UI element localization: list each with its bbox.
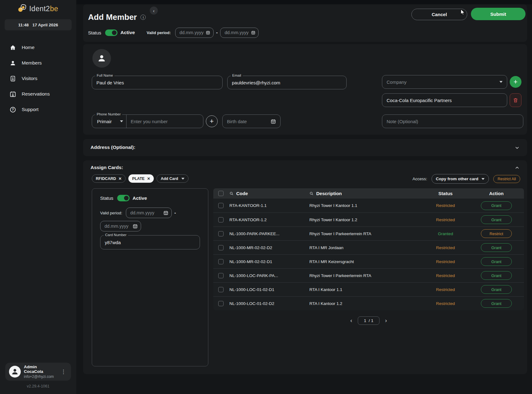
sidebar-collapse-button[interactable]: ‹ (150, 7, 158, 15)
row-action-button[interactable]: Grant (481, 201, 512, 210)
cell-status: Restricted (422, 203, 469, 208)
chevron-down-icon (181, 178, 184, 180)
calendar-icon[interactable] (206, 30, 210, 35)
table-row[interactable]: NL-1000-LOC-PARK-PA... Rhyzi Tower I Par… (213, 268, 524, 282)
valid-period-label: Valid period: (147, 30, 171, 35)
search-icon[interactable] (229, 191, 234, 196)
cell-description: RTA I MR Jordaan (309, 245, 422, 250)
row-action-button[interactable]: Grant (481, 285, 512, 294)
user-menu-kebab-icon[interactable]: ⋮ (60, 368, 67, 376)
user-card[interactable]: Admin CocaCola info+2@rhyzi.com ⋮ (5, 363, 71, 381)
table-row[interactable]: NL-1000-MR-02-02-D1 RTA I MR Keizersgrac… (213, 254, 524, 268)
row-checkbox[interactable] (218, 259, 224, 264)
add-card-button[interactable]: Add Card (157, 174, 188, 183)
birth-date-field[interactable]: Birth date (222, 114, 281, 128)
calendar-icon[interactable] (251, 30, 255, 35)
cell-code: NL-1000-LOC-01-02-D2 (229, 301, 309, 306)
status-toggle[interactable] (105, 29, 117, 36)
full-name-field[interactable]: Full Name Paul de Vries (92, 76, 223, 89)
cell-status: Restricted (422, 273, 469, 278)
chevron-up-icon[interactable] (515, 165, 520, 170)
row-action-button[interactable]: Grant (481, 243, 512, 252)
selected-company-value: Coca-Cola Europacific Partners (387, 98, 452, 103)
email-field[interactable]: Email pauldevries@rhyzi.com (227, 76, 347, 89)
full-name-value: Paul de Vries (96, 80, 124, 85)
search-icon[interactable] (309, 191, 314, 196)
chevron-down-icon[interactable] (515, 145, 520, 150)
phone-number-input[interactable]: Enter you number (131, 119, 168, 124)
row-checkbox[interactable] (218, 203, 224, 208)
row-action-button[interactable]: Grant (481, 299, 512, 308)
card-number-field[interactable]: Card Number y87wda (100, 235, 200, 249)
card-valid-to-input[interactable]: dd.mm.yyyy (100, 221, 141, 231)
page-next-icon[interactable]: › (384, 317, 388, 324)
phone-number-field[interactable]: Phone Number Primair Enter you number (92, 114, 203, 128)
sidebar-item-support[interactable]: Support (0, 102, 76, 117)
table-row[interactable]: NL-1000-LOC-01-02-D2 RTA I Kantoor 1.2 R… (213, 296, 524, 310)
card-valid-from-input[interactable]: dd.mm.yyyy (126, 208, 172, 218)
row-checkbox[interactable] (218, 245, 224, 250)
select-all-checkbox[interactable] (218, 191, 224, 196)
page-prev-icon[interactable]: ‹ (349, 317, 353, 324)
company-select[interactable]: Company (382, 75, 507, 89)
row-action-button[interactable]: Grant (481, 271, 512, 280)
chevron-down-icon (481, 178, 485, 180)
row-checkbox[interactable] (218, 273, 224, 278)
row-checkbox[interactable] (218, 287, 224, 292)
card-number-value: y87wda (105, 240, 121, 245)
cell-status: Restricted (422, 301, 469, 306)
note-field[interactable]: Note (Optional) (382, 114, 523, 128)
calendar-icon[interactable] (163, 210, 168, 215)
sidebar-item-visitors[interactable]: Visitors (0, 71, 76, 86)
add-phone-button[interactable]: + (206, 115, 218, 127)
valid-to-input[interactable]: dd.mm.yyyy (220, 28, 259, 38)
submit-button[interactable]: Submit (471, 8, 525, 20)
info-icon[interactable]: i (140, 15, 146, 20)
copy-from-card-dropdown[interactable]: Copy from other card (432, 174, 489, 184)
calendar-icon[interactable] (133, 224, 138, 229)
add-company-button[interactable]: + (510, 76, 521, 88)
restrict-all-button[interactable]: Restrict All (493, 175, 520, 183)
cell-code: NL-1000-LOC-PARK-PA... (229, 273, 309, 278)
reservations-icon (10, 91, 16, 97)
sidebar-item-members[interactable]: Members (0, 55, 76, 71)
cell-code: NL-1000-LOC-01-02-D1 (229, 287, 309, 292)
cancel-button[interactable]: Cancel (411, 9, 467, 20)
clock-time: 11:48 (18, 23, 29, 27)
card-status-row: Status Active (100, 195, 147, 201)
cell-description: RTA I Kantoor 1.2 (309, 301, 422, 306)
calendar-icon[interactable] (271, 119, 276, 124)
row-action-button[interactable]: Grant (481, 257, 512, 266)
close-icon[interactable]: ✕ (118, 177, 122, 181)
card-status-toggle[interactable] (117, 195, 130, 201)
valid-from-input[interactable]: dd.mm.yyyy (175, 28, 214, 38)
row-checkbox[interactable] (218, 301, 224, 306)
address-section[interactable]: Address (Optional): (83, 139, 527, 156)
table-row[interactable]: RTA-KANTOOR-1.2 Rhyzi Tower I Kantoor 1.… (213, 213, 524, 226)
phone-type-select[interactable]: Primair (97, 119, 123, 124)
cell-code: NL-1000-PARK-PARKEE... (229, 231, 309, 236)
remove-company-button[interactable] (510, 93, 521, 107)
row-checkbox[interactable] (218, 231, 224, 236)
table-row[interactable]: RTA-KANTOOR-1.1 Rhyzi Tower I Kantoor 1.… (213, 199, 524, 213)
table-row[interactable]: NL-1000-PARK-PARKEE... Rhyzi Tower I Par… (213, 226, 524, 240)
table-row[interactable]: NL-1000-LOC-01-02-D1 RTA I Kantoor 1.1 R… (213, 282, 524, 296)
close-icon[interactable]: ✕ (147, 177, 150, 181)
cell-code: NL-1000-MR-02-02-D1 (229, 259, 309, 264)
sidebar-item-reservations[interactable]: Reservations (0, 86, 76, 102)
table-row[interactable]: NL-1000-MR-02-02-D2 RTA I MR Jordaan Res… (213, 240, 524, 254)
row-action-button[interactable]: Grant (481, 215, 512, 224)
card-chips-row: RFIDCARD ✕ PLATE ✕ Add Card (92, 174, 188, 183)
main-area: Add Member i Cancel Submit Status Active… (76, 0, 532, 394)
chip-plate[interactable]: PLATE ✕ (128, 174, 154, 183)
cell-description: RTA I Kantoor 1.1 (309, 287, 422, 292)
chip-rfidcard[interactable]: RFIDCARD ✕ (92, 174, 126, 183)
member-photo-placeholder[interactable] (92, 49, 111, 68)
clock-date: 17 April 2026 (32, 23, 58, 27)
row-checkbox[interactable] (218, 217, 224, 222)
chevron-down-icon (499, 81, 503, 83)
row-action-button[interactable]: Restrict (481, 229, 512, 238)
user-email: info+2@rhyzi.com (24, 374, 56, 379)
sidebar-item-home[interactable]: Home (0, 40, 76, 55)
selected-company-field[interactable]: Coca-Cola Europacific Partners (382, 93, 507, 107)
